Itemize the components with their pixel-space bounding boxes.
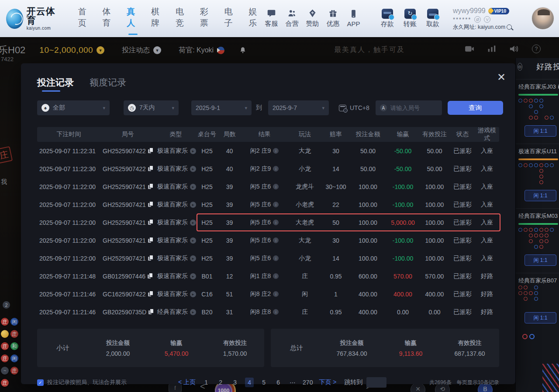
sidebar-gear-icon[interactable]: ⚙ — [518, 63, 522, 71]
table-row[interactable]: 2025-09-07 11:22:00 GH2525907421 极速百家乐 ▸… — [37, 249, 499, 267]
expand-icon[interactable]: ▸ — [190, 309, 196, 315]
good-road-bet-button[interactable]: 闲 1:1 — [524, 190, 556, 201]
road-panel[interactable]: 经典百家乐J03 闲 1:1 — [516, 79, 559, 141]
copy-icon[interactable] — [148, 291, 153, 297]
bell-icon[interactable] — [239, 47, 246, 54]
info-icon[interactable]: i — [273, 255, 279, 261]
table-row[interactable]: 2025-09-07 11:21:46 GB202590735D 经典百家乐 ▸… — [37, 303, 499, 321]
page-button[interactable]: 5 — [259, 378, 268, 387]
table-row[interactable]: 2025-09-07 11:22:00 GH2525907421 极速百家乐 ▸… — [37, 231, 499, 249]
road-panel[interactable]: 经典百家乐M03 闲 1:1 — [516, 208, 559, 270]
table-row[interactable]: 2025-09-07 11:22:30 GH2525907422 极速百家乐 ▸… — [37, 160, 499, 178]
copy-icon[interactable] — [148, 273, 152, 279]
eye-off-icon[interactable]: Ø — [474, 16, 481, 23]
expand-icon[interactable]: ▸ — [190, 220, 196, 226]
expand-icon[interactable]: ▸ — [190, 166, 196, 172]
user-info[interactable]: wywy9999 VIP10 ****** Ø V 永久网址: kaiyun.c… — [453, 6, 525, 31]
expand-icon[interactable]: ▸ — [190, 237, 196, 244]
page-button[interactable]: 3 — [231, 378, 239, 387]
expand-icon[interactable]: ▸ — [190, 255, 196, 261]
period-dropdown[interactable]: ◷ 7天内 ▾ — [124, 100, 179, 115]
prev-page-button[interactable]: < 上页 — [178, 378, 196, 386]
info-icon[interactable]: i — [273, 148, 279, 154]
date-from-dropdown[interactable]: 2025-9-1 ▾ — [191, 100, 252, 115]
info-icon[interactable]: i — [273, 184, 279, 189]
jump-to-input[interactable] — [366, 377, 386, 388]
table-row[interactable]: 2025-09-07 11:22:00 GH2525907421 极速百家乐 ▸… — [37, 213, 499, 231]
good-road-bet-button[interactable]: 闲 1:1 — [524, 254, 556, 266]
nav-item[interactable]: 电子 — [224, 6, 237, 31]
expand-icon[interactable]: ▸ — [190, 184, 196, 190]
page-button[interactable]: 270 — [303, 378, 313, 387]
expand-icon[interactable]: ▸ — [190, 148, 196, 154]
table-row[interactable]: 2025-09-07 11:21:46 GC1625907422 极速百家乐 ▸… — [37, 285, 499, 303]
withdraw-link[interactable]: 取款 — [422, 9, 443, 28]
date-to-dropdown[interactable]: 2025-9-7 ▾ — [268, 100, 329, 115]
sponsor-link[interactable]: 赞助 — [302, 9, 323, 28]
page-button[interactable]: 4 — [245, 378, 254, 387]
stats-icon[interactable] — [487, 45, 496, 53]
info-icon[interactable]: i — [273, 291, 279, 297]
info-icon[interactable]: i — [273, 309, 279, 315]
close-icon[interactable]: ✕ — [497, 72, 506, 83]
page-button[interactable]: 1 — [202, 378, 210, 387]
app-link[interactable]: APP — [343, 9, 364, 28]
trend-chevron-icon[interactable]: ▾ — [153, 46, 161, 54]
nav-item[interactable]: 电竞 — [176, 6, 188, 31]
service-link[interactable]: 客服 — [261, 9, 282, 28]
help-icon[interactable]: ? — [532, 45, 541, 53]
good-road-bet-button[interactable]: 闲 1:1 — [524, 312, 556, 323]
nav-item[interactable]: 彩票 — [200, 6, 213, 31]
merge-checkbox[interactable]: ✓ — [37, 379, 44, 386]
copy-icon[interactable] — [148, 148, 153, 154]
partner-link[interactable]: 合营 — [282, 9, 302, 28]
nav-item[interactable]: 娱乐 — [248, 6, 261, 31]
copy-icon[interactable] — [148, 202, 153, 207]
game-type-dropdown[interactable]: ♠ 全部 ▾ — [37, 100, 110, 115]
good-road-bet-button[interactable]: 闲 1:1 — [524, 125, 556, 137]
copy-icon[interactable] — [148, 309, 153, 315]
page-button[interactable]: 6 — [274, 378, 283, 387]
info-icon[interactable]: i — [273, 166, 279, 172]
nav-item[interactable]: 棋牌 — [151, 6, 164, 31]
road-panel[interactable]: 极速百家乐U11 闲 1:1 — [516, 144, 559, 206]
page-button[interactable]: 2 — [216, 378, 225, 387]
nav-item[interactable]: 体育 — [103, 6, 115, 31]
copy-icon[interactable] — [148, 166, 153, 172]
deposit-label: 存款 — [381, 20, 394, 28]
info-icon[interactable]: i — [273, 202, 279, 207]
logo[interactable]: 开云体育 kaiyun.com — [6, 7, 59, 31]
video-quality-icon[interactable] — [465, 45, 474, 53]
transfer-link[interactable]: ↻ 转账 — [400, 9, 421, 28]
nav-item[interactable]: 首页 — [78, 6, 91, 31]
info-icon[interactable]: i — [273, 273, 279, 279]
search-icon[interactable] — [507, 24, 512, 30]
page-button[interactable]: ⋯ — [288, 378, 297, 387]
copy-icon[interactable] — [148, 184, 153, 189]
limits-chevron-icon[interactable]: ▾ — [97, 46, 104, 54]
info-icon[interactable]: i — [273, 237, 279, 243]
modal-tab[interactable]: 投注记录 — [37, 76, 74, 89]
copy-icon[interactable] — [148, 220, 153, 225]
bet-trend-label[interactable]: 投注动态 — [122, 46, 150, 55]
table-row[interactable]: 2025-09-07 11:22:00 GH2525907421 极速百家乐 ▸… — [37, 178, 499, 196]
table-row[interactable]: 2025-09-07 11:21:48 GB0125907446 极速百家乐 ▸… — [37, 267, 499, 285]
query-button[interactable]: 查询 — [448, 101, 503, 115]
nav-item[interactable]: 真人 — [127, 6, 139, 31]
expand-icon[interactable]: ▸ — [190, 273, 196, 279]
deposit-link[interactable]: 存款 — [377, 9, 398, 28]
next-page-button[interactable]: 下页 > — [319, 378, 336, 386]
copy-icon[interactable] — [148, 255, 153, 261]
modal-tab[interactable]: 额度记录 — [90, 76, 126, 89]
expand-icon[interactable]: ▸ — [190, 291, 196, 297]
info-icon[interactable]: i — [273, 220, 279, 225]
avatar[interactable] — [531, 7, 555, 30]
promo-link[interactable]: 优惠 — [323, 9, 343, 28]
road-panel[interactable]: 经典百家乐B07 闲 1:1 — [516, 273, 559, 328]
round-search-input[interactable] — [390, 105, 438, 111]
expand-icon[interactable]: ▸ — [190, 202, 196, 208]
copy-icon[interactable] — [148, 237, 153, 243]
table-row[interactable]: 2025-09-07 11:22:00 GH2525907421 极速百家乐 ▸… — [37, 196, 499, 213]
table-row[interactable]: 2025-09-07 11:22:31 GH2525907422 极速百家乐 ▸… — [37, 142, 499, 160]
speaker-icon[interactable] — [509, 45, 519, 53]
